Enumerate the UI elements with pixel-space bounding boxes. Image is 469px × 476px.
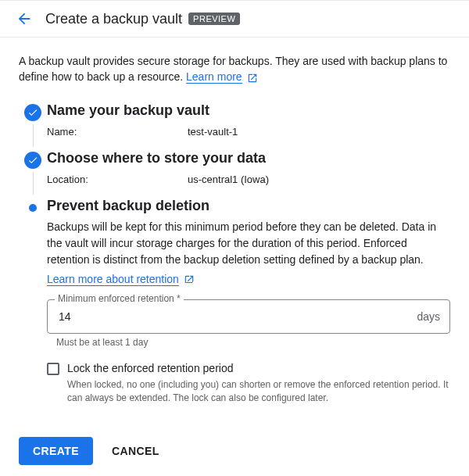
retention-field-wrap: Minimum enforced retention * days — [47, 299, 450, 334]
step-active-icon — [29, 204, 37, 212]
retention-hint: Must be at least 1 day — [56, 337, 450, 348]
step-complete-icon — [24, 152, 41, 169]
preview-badge: PREVIEW — [188, 13, 240, 25]
location-value: us-central1 (Iowa) — [188, 174, 269, 185]
page-header: Create a backup vault PREVIEW — [0, 0, 469, 38]
retention-description: Backups will be kept for this minimum pe… — [47, 219, 450, 268]
lock-checkbox-row: Lock the enforced retention period — [47, 362, 450, 375]
retention-input[interactable] — [57, 310, 417, 324]
name-value: test-vault-1 — [188, 126, 238, 138]
step-connector — [33, 124, 34, 147]
content: A backup vault provides secure storage f… — [0, 38, 469, 426]
step-title: Choose where to store your data — [47, 150, 450, 166]
step-title: Name your backup vault — [47, 102, 450, 119]
retention-unit: days — [417, 310, 440, 323]
name-row: Name: test-vault-1 — [47, 123, 450, 144]
lock-checkbox[interactable] — [47, 363, 59, 375]
footer-actions: CREATE CANCEL — [0, 426, 469, 476]
create-button[interactable]: CREATE — [19, 437, 93, 465]
step-prevent-deletion: Prevent backup deletion Backups will be … — [19, 198, 450, 411]
retention-link-row: Learn more about retention — [47, 273, 450, 285]
step-choose-location: Choose where to store your data Location… — [19, 150, 450, 198]
retention-field-label: Minimum enforced retention * — [55, 293, 184, 304]
page-title: Create a backup vault — [45, 11, 182, 27]
step-rail — [19, 150, 47, 198]
intro-text: A backup vault provides secure storage f… — [19, 53, 450, 85]
location-row: Location: us-central1 (Iowa) — [47, 171, 450, 191]
external-link-icon — [247, 73, 258, 84]
name-label: Name: — [47, 126, 188, 138]
location-label: Location: — [47, 174, 188, 185]
step-complete-icon — [24, 104, 41, 121]
learn-more-retention-link[interactable]: Learn more about retention — [47, 273, 179, 286]
step-title: Prevent backup deletion — [47, 198, 450, 214]
lock-checkbox-label: Lock the enforced retention period — [67, 362, 233, 374]
step-connector — [33, 172, 34, 195]
retention-field[interactable]: days — [47, 299, 450, 334]
step-rail — [19, 198, 47, 411]
back-arrow-icon[interactable] — [16, 10, 33, 27]
lock-help-text: When locked, no one (including you) can … — [67, 378, 450, 405]
step-rail — [19, 102, 47, 150]
learn-more-link[interactable]: Learn more — [186, 70, 242, 84]
step-name-vault: Name your backup vault Name: test-vault-… — [19, 102, 450, 150]
external-link-icon — [184, 274, 195, 285]
stepper: Name your backup vault Name: test-vault-… — [19, 102, 450, 411]
cancel-button[interactable]: CANCEL — [109, 437, 163, 465]
